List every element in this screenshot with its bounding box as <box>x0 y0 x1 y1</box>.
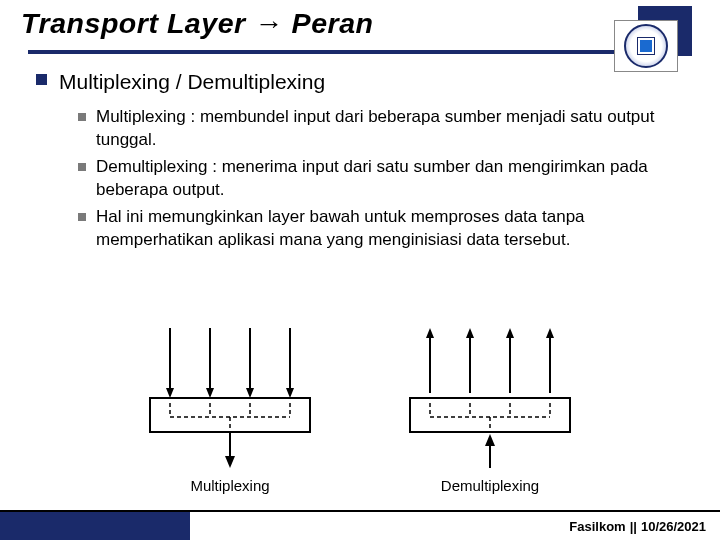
diagram-label-left: Multiplexing <box>140 477 320 494</box>
item-text: Multiplexing : membundel input dari bebe… <box>96 106 680 152</box>
heading-text: Multiplexing / Demultiplexing <box>59 68 325 96</box>
title-bar: Transport Layer → Peran <box>0 0 720 44</box>
multiplexing-diagram: Multiplexing <box>140 323 320 494</box>
square-bullet-icon <box>78 213 86 221</box>
footer-org: Fasilkom <box>569 519 625 534</box>
svg-marker-20 <box>466 328 474 338</box>
title-underline <box>28 50 692 54</box>
footer-sep: || <box>626 519 641 534</box>
diagram-label-right: Demultiplexing <box>400 477 580 494</box>
content-area: Multiplexing / Demultiplexing Multiplexi… <box>0 54 720 252</box>
svg-marker-24 <box>546 328 554 338</box>
svg-marker-33 <box>485 434 495 446</box>
bullet-level1: Multiplexing / Demultiplexing <box>36 68 680 96</box>
footer-bar: Fasilkom || 10/26/2021 <box>0 510 720 540</box>
list-item: Demultiplexing : menerima input dari sat… <box>78 156 680 202</box>
svg-marker-3 <box>206 388 214 398</box>
item-text: Demultiplexing : menerima input dari sat… <box>96 156 680 202</box>
demultiplexing-diagram: Demultiplexing <box>400 323 580 494</box>
square-bullet-icon <box>78 113 86 121</box>
svg-marker-16 <box>225 456 235 468</box>
svg-marker-5 <box>246 388 254 398</box>
square-bullet-icon <box>78 163 86 171</box>
list-item: Hal ini memungkinkan layer bawah untuk m… <box>78 206 680 252</box>
item-text: Hal ini memungkinkan layer bawah untuk m… <box>96 206 680 252</box>
mux-svg <box>140 323 320 473</box>
svg-marker-1 <box>166 388 174 398</box>
footer-text: Fasilkom || 10/26/2021 <box>569 512 720 540</box>
sub-bullet-list: Multiplexing : membundel input dari bebe… <box>78 106 680 252</box>
svg-marker-7 <box>286 388 294 398</box>
logo-icon <box>624 24 668 68</box>
footer-date: 10/26/2021 <box>641 519 706 534</box>
svg-marker-18 <box>426 328 434 338</box>
diagram-area: Multiplexing Demultiplexing <box>0 304 720 494</box>
list-item: Multiplexing : membundel input dari bebe… <box>78 106 680 152</box>
logo-frame <box>614 20 678 72</box>
svg-marker-22 <box>506 328 514 338</box>
demux-svg <box>400 323 580 473</box>
footer-accent-block <box>0 512 190 540</box>
square-bullet-icon <box>36 74 47 85</box>
corner-accent <box>614 6 692 72</box>
